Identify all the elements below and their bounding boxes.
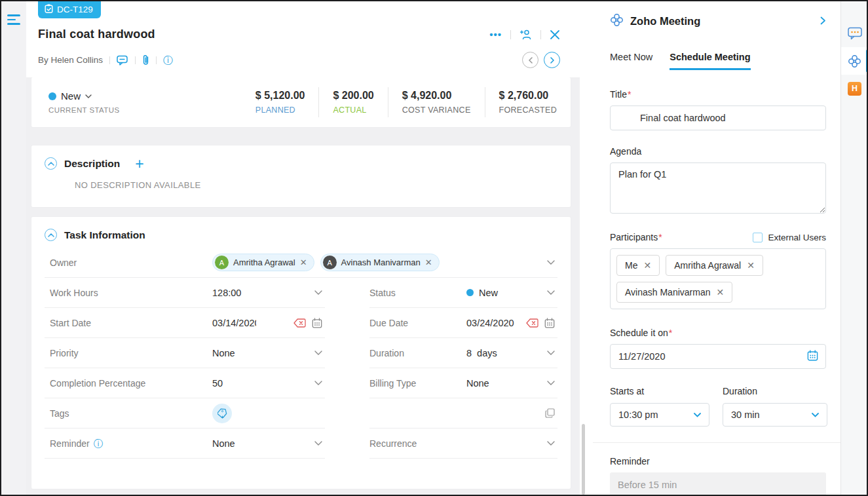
due-date-label: Due Date bbox=[369, 318, 466, 328]
chevron-down-icon[interactable] bbox=[314, 441, 322, 446]
chevron-down-icon[interactable] bbox=[547, 441, 555, 446]
owner-chip[interactable]: A Amritha Agrawal ✕ bbox=[212, 254, 314, 271]
task-id-badge[interactable]: DC-T129 bbox=[38, 1, 101, 18]
collapse-task-info-icon[interactable] bbox=[45, 229, 57, 241]
status-dot bbox=[466, 289, 474, 296]
status-summary-card: New CURRENT STATUS $ 5,120.00 PLANNED $ … bbox=[31, 77, 571, 127]
reminder-recurrence-row: Reminderⓘ None Recurrence bbox=[45, 429, 557, 459]
tab-schedule-meeting[interactable]: Schedule Meeting bbox=[670, 52, 750, 70]
duration-value[interactable]: 8 days bbox=[466, 348, 497, 358]
starts-at-select[interactable]: 10:30 pm bbox=[610, 403, 709, 427]
participant-chip[interactable]: Me✕ bbox=[616, 255, 660, 276]
work-hours-value[interactable]: 128:00 bbox=[212, 288, 241, 298]
task-author: By Helen Collins bbox=[38, 55, 103, 65]
external-users-checkbox[interactable] bbox=[753, 233, 763, 242]
meeting-reminder-input: Before 15 min bbox=[610, 472, 826, 495]
meeting-title-input[interactable]: Final coat hardwood bbox=[610, 105, 826, 130]
chevron-down-icon[interactable] bbox=[314, 351, 322, 355]
chevron-down-icon[interactable] bbox=[547, 351, 555, 355]
expand-panel-icon[interactable] bbox=[820, 16, 826, 28]
completion-percentage-value[interactable]: 50 bbox=[212, 378, 223, 389]
owner-row: Owner A Amritha Agrawal ✕ A Avinash Mani… bbox=[45, 248, 557, 278]
chevron-down-icon bbox=[85, 94, 92, 98]
h-app-icon[interactable]: H bbox=[841, 75, 868, 102]
duration-label: Duration bbox=[723, 386, 827, 396]
zoho-meeting-app-icon bbox=[610, 13, 624, 29]
current-status-dropdown[interactable]: New bbox=[48, 90, 119, 102]
calendar-icon[interactable] bbox=[807, 350, 818, 363]
chevron-down-icon[interactable] bbox=[547, 290, 555, 295]
close-icon[interactable] bbox=[550, 29, 560, 40]
zoho-meeting-panel: Zoho Meeting Meet Now Schedule Meeting T… bbox=[593, 1, 840, 495]
clear-date-icon[interactable] bbox=[526, 318, 538, 328]
work-hours-status-row: Work Hours 128:00 Status New bbox=[45, 278, 557, 308]
start-date-value[interactable]: 03/14/2020 bbox=[212, 318, 256, 328]
reminder-info-icon[interactable]: ⓘ bbox=[94, 439, 103, 448]
task-info-heading: Task Information bbox=[64, 229, 145, 241]
chevron-down-icon bbox=[694, 413, 701, 417]
clear-date-icon[interactable] bbox=[293, 318, 306, 328]
chevron-down-icon[interactable] bbox=[547, 381, 555, 385]
priority-value[interactable]: None bbox=[212, 348, 235, 358]
calendar-icon[interactable] bbox=[544, 318, 555, 328]
add-follower-icon[interactable] bbox=[519, 29, 532, 41]
calendar-icon[interactable] bbox=[312, 318, 322, 328]
comments-icon[interactable] bbox=[117, 55, 128, 66]
status-value[interactable]: New bbox=[479, 288, 498, 298]
task-header: DC-T129 Final coat hardwood ••• By bbox=[26, 1, 580, 77]
participants-box[interactable]: Me✕ Amritha Agrawal✕ Avinash Manivarman✕ bbox=[610, 248, 826, 309]
task-info-icon[interactable]: ⓘ bbox=[163, 55, 173, 65]
duration-label: Duration bbox=[369, 348, 466, 358]
current-status-value: New bbox=[61, 90, 81, 102]
schedule-date-input[interactable]: 11/27/2020 bbox=[610, 344, 826, 369]
stat-cost-variance: $ 4,920.00 COST VARIANCE bbox=[388, 87, 485, 117]
status-dot bbox=[48, 92, 56, 100]
app-icon-rail: H bbox=[840, 1, 868, 495]
attachment-icon[interactable] bbox=[142, 54, 149, 66]
next-task-button[interactable] bbox=[544, 52, 560, 68]
feedback-icon[interactable] bbox=[841, 20, 868, 47]
chevron-down-icon[interactable] bbox=[547, 260, 555, 265]
collapse-description-icon[interactable] bbox=[45, 157, 57, 170]
due-date-value[interactable]: 03/24/2020 bbox=[466, 318, 514, 328]
completion-percentage-label: Completion Percentage bbox=[50, 378, 212, 389]
remove-participant-icon[interactable]: ✕ bbox=[747, 260, 755, 271]
tags-row: Tags bbox=[45, 398, 557, 429]
marketplace-icon[interactable] bbox=[841, 47, 868, 75]
completion-billing-row: Completion Percentage 50 Billing Type No… bbox=[45, 368, 557, 398]
more-menu-button[interactable]: ••• bbox=[489, 31, 502, 38]
scrollbar-thumb[interactable] bbox=[582, 424, 585, 495]
app-window: DC-T129 Final coat hardwood ••• By bbox=[1, 1, 867, 495]
avatar: A bbox=[215, 256, 229, 269]
owner-chip[interactable]: A Avinash Manivarman ✕ bbox=[320, 254, 440, 271]
previous-task-button[interactable] bbox=[522, 52, 538, 68]
participant-chip[interactable]: Amritha Agrawal✕ bbox=[666, 255, 763, 276]
chevron-down-icon[interactable] bbox=[314, 290, 322, 295]
divider bbox=[540, 30, 541, 39]
billing-type-value[interactable]: None bbox=[466, 378, 489, 389]
menu-toggle-icon[interactable] bbox=[7, 14, 20, 25]
agenda-input[interactable] bbox=[610, 162, 826, 214]
external-users-toggle[interactable]: External Users bbox=[753, 233, 826, 242]
tags-label: Tags bbox=[50, 408, 212, 419]
copy-icon[interactable] bbox=[545, 408, 555, 418]
tab-meet-now[interactable]: Meet Now bbox=[610, 52, 652, 70]
meeting-title-label: Title* bbox=[610, 89, 826, 100]
stat-planned: $ 5,120.00 PLANNED bbox=[242, 87, 319, 117]
remove-owner-icon[interactable]: ✕ bbox=[300, 258, 307, 267]
billing-type-label: Billing Type bbox=[369, 378, 466, 389]
task-panel: DC-T129 Final coat hardwood ••• By bbox=[26, 1, 580, 495]
meeting-reminder-label: Reminder bbox=[610, 456, 826, 467]
reminder-value[interactable]: None bbox=[212, 438, 235, 449]
participant-chip[interactable]: Avinash Manivarman✕ bbox=[616, 282, 732, 303]
add-tag-button[interactable] bbox=[212, 404, 232, 423]
remove-participant-icon[interactable]: ✕ bbox=[643, 260, 651, 271]
remove-owner-icon[interactable]: ✕ bbox=[425, 258, 432, 267]
add-description-button[interactable]: + bbox=[135, 159, 143, 169]
task-title: Final coat hardwood bbox=[38, 28, 155, 41]
chevron-down-icon[interactable] bbox=[314, 381, 322, 385]
remove-participant-icon[interactable]: ✕ bbox=[716, 287, 724, 297]
external-users-label: External Users bbox=[768, 233, 826, 242]
dates-row: Start Date 03/14/2020 Due Date 03/24/202… bbox=[45, 308, 557, 338]
duration-select[interactable]: 30 min bbox=[723, 403, 827, 427]
